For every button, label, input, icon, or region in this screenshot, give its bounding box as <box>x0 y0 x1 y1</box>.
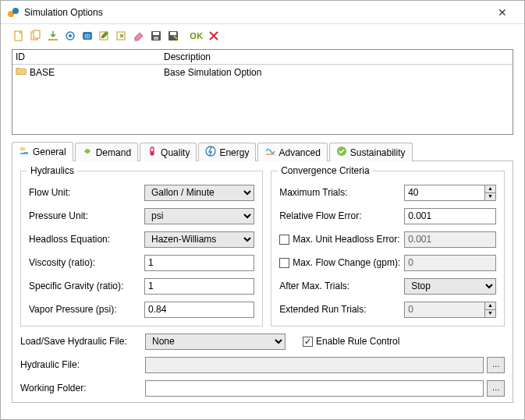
window-title: Simulation Options <box>24 7 487 18</box>
convergence-legend: Convergence Criteria <box>278 165 372 176</box>
pressure-unit-select[interactable]: psi <box>144 208 254 224</box>
ext-run-input <box>404 302 496 318</box>
max-headloss-checkbox[interactable] <box>279 235 289 245</box>
header-id[interactable]: ID <box>12 51 161 62</box>
after-max-select[interactable]: Stop <box>404 278 496 295</box>
flow-unit-label: Flow Unit: <box>29 187 144 198</box>
tab-general[interactable]: General <box>12 142 73 161</box>
svg-point-1 <box>12 8 19 14</box>
loadsave-select[interactable]: None <box>145 334 286 350</box>
close-button[interactable]: ✕ <box>487 6 518 19</box>
tabs: General Demand Quality Energy Advanced S… <box>12 141 513 161</box>
svg-rect-4 <box>34 30 40 38</box>
tab-sustainability[interactable]: Sustainability <box>329 143 413 161</box>
max-flowchange-input <box>404 255 496 271</box>
svg-rect-13 <box>154 37 158 40</box>
loadsave-label: Load/Save Hydraulic File: <box>20 336 145 347</box>
tab-label: Advanced <box>278 147 320 158</box>
tab-label: Sustainability <box>350 147 406 158</box>
copy-icon[interactable] <box>29 29 43 43</box>
gravity-label: Specific Gravity (ratio): <box>29 281 144 291</box>
max-headloss-input <box>404 231 496 248</box>
app-icon <box>7 6 20 19</box>
headloss-label: Headloss Equation: <box>29 234 144 245</box>
erase-icon[interactable] <box>132 29 146 43</box>
edit2-icon[interactable] <box>115 29 129 43</box>
tab-quality[interactable]: Quality <box>140 143 197 161</box>
hydraulic-file-label: Hydraulic File: <box>20 359 145 370</box>
tab-demand[interactable]: Demand <box>75 143 138 161</box>
svg-rect-12 <box>153 32 159 35</box>
cancel-button[interactable] <box>207 29 221 43</box>
svg-point-6 <box>69 34 72 37</box>
import-icon[interactable] <box>46 29 60 43</box>
vapor-input[interactable] <box>144 302 254 318</box>
tab-label: Demand <box>96 147 131 158</box>
tab-label: Quality <box>161 147 190 158</box>
titlebar: Simulation Options ✕ <box>1 1 524 24</box>
rule-control-checkbox[interactable] <box>303 337 313 347</box>
svg-rect-10 <box>117 32 125 40</box>
working-folder-browse-button[interactable]: … <box>487 380 505 397</box>
save-edit-icon[interactable] <box>166 29 180 43</box>
viscosity-input[interactable] <box>144 255 254 271</box>
svg-rect-18 <box>151 151 154 155</box>
general-icon <box>19 145 30 158</box>
max-flowchange-checkbox[interactable] <box>279 258 289 268</box>
working-folder-label: Working Folder: <box>20 383 145 394</box>
tab-energy[interactable]: Energy <box>198 143 256 161</box>
tab-panel-general: Hydraulics Flow Unit: Gallon / Minute Pr… <box>12 161 513 403</box>
vapor-label: Vapor Pressure (psi): <box>29 304 144 315</box>
max-headloss-label: Max. Unit Headloss Error: <box>293 234 399 245</box>
flow-unit-select[interactable]: Gallon / Minute <box>144 185 254 201</box>
quality-icon <box>147 146 158 159</box>
ext-run-label: Extended Run Trials: <box>279 304 404 315</box>
tab-advanced[interactable]: Advanced <box>257 143 327 161</box>
header-desc[interactable]: Description <box>161 51 513 62</box>
new-icon[interactable] <box>12 29 26 43</box>
after-max-label: After Max. Trials: <box>279 281 404 291</box>
save-icon[interactable] <box>149 29 163 43</box>
hydraulic-file-browse-button[interactable]: … <box>487 357 505 373</box>
advanced-icon <box>264 146 275 159</box>
pressure-unit-label: Pressure Unit: <box>29 210 144 221</box>
id-icon[interactable]: ID <box>80 29 94 43</box>
toolbar: ID OK <box>1 24 524 46</box>
tab-label: Energy <box>219 147 249 158</box>
energy-icon <box>205 146 216 159</box>
svg-text:ID: ID <box>85 34 90 39</box>
tab-label: General <box>33 146 66 157</box>
hydraulics-legend: Hydraulics <box>27 165 77 176</box>
headloss-select[interactable]: Hazen-Williams <box>144 231 254 248</box>
folder-icon <box>16 66 27 78</box>
svg-rect-16 <box>20 147 25 150</box>
svg-rect-15 <box>170 32 176 35</box>
demand-icon <box>82 146 93 159</box>
viscosity-label: Viscosity (ratio): <box>29 257 144 268</box>
max-trials-label: Maximum Trials: <box>279 187 404 198</box>
working-folder-input[interactable] <box>145 380 484 397</box>
ok-button[interactable]: OK <box>190 29 204 43</box>
ext-run-spinner[interactable]: ▲▼ <box>484 302 495 317</box>
list-row[interactable]: BASE Base Simulation Option <box>12 65 513 79</box>
max-trials-input[interactable] <box>404 185 496 201</box>
max-flowchange-label: Max. Flow Change (gpm): <box>293 257 400 268</box>
list-header: ID Description <box>12 50 513 65</box>
hydraulics-group: Hydraulics Flow Unit: Gallon / Minute Pr… <box>20 171 263 326</box>
row-id: BASE <box>30 67 55 78</box>
rel-flow-label: Relative Flow Error: <box>279 210 404 221</box>
edit-icon[interactable] <box>98 29 112 43</box>
gravity-input[interactable] <box>144 278 254 295</box>
max-trials-spinner[interactable]: ▲▼ <box>484 185 495 200</box>
options-list: ID Description BASE Base Simulation Opti… <box>12 49 513 135</box>
rule-control-label: Enable Rule Control <box>316 336 399 347</box>
rel-flow-input[interactable] <box>404 208 496 224</box>
convergence-group: Convergence Criteria Maximum Trials: ▲▼ … <box>271 171 505 326</box>
hydraulic-file-input <box>145 357 484 373</box>
settings-icon[interactable] <box>63 29 77 43</box>
sustainability-icon <box>336 146 347 159</box>
row-desc: Base Simulation Option <box>161 67 513 78</box>
